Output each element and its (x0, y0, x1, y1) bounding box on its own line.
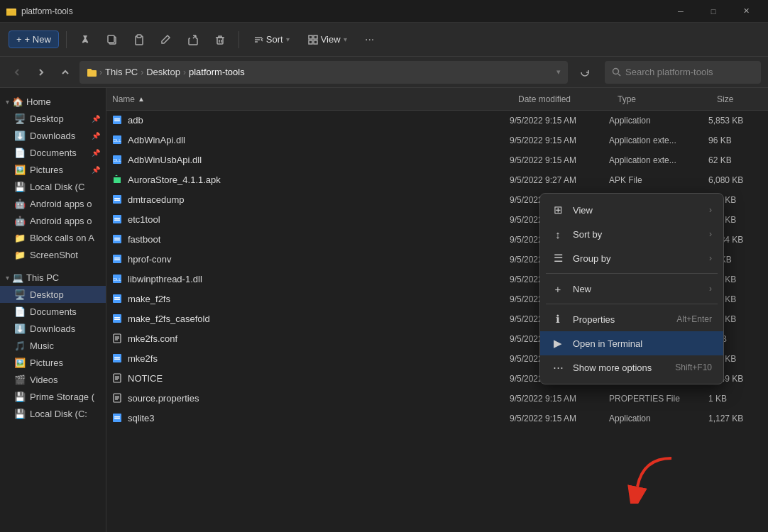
sidebar-item-android1[interactable]: 🤖 Android apps o (0, 195, 106, 212)
file-icon (112, 314, 124, 325)
sidebar-item-thispc-downloads[interactable]: ⬇️ Downloads (0, 320, 106, 337)
sidebar-item-downloads[interactable]: ⬇️ Downloads 📌 (0, 127, 106, 144)
context-menu-shortcut: Shift+F10 (675, 362, 712, 372)
file-name: dmtracedump (128, 194, 184, 205)
download-icon: ⬇️ (14, 130, 26, 141)
sort-icon (253, 35, 263, 45)
toolbar: + + New (0, 23, 768, 57)
sidebar-item-desktop[interactable]: 🖥️ Desktop 📌 (0, 110, 106, 127)
sidebar-item-android2[interactable]: 🤖 Android apps o (0, 212, 106, 229)
new-button[interactable]: + + New (9, 31, 59, 48)
sidebar-item-screenshot[interactable]: 📁 ScreenShot (0, 246, 106, 263)
file-type-cell: Application exte... (609, 135, 708, 145)
file-name: fastboot (128, 234, 160, 245)
context-menu-item[interactable]: ⊞ View › (540, 198, 723, 222)
breadcrumb-bar[interactable]: › This PC › Desktop › platform-tools ▾ (79, 61, 568, 84)
share-button[interactable] (182, 28, 204, 51)
context-menu-item[interactable]: + New › (540, 277, 723, 301)
maximize-button[interactable]: □ (697, 0, 730, 23)
more-button[interactable]: ··· (358, 28, 381, 51)
context-menu-arrow-icon: › (709, 205, 712, 215)
close-button[interactable]: ✕ (730, 0, 762, 23)
svg-rect-7 (217, 38, 223, 44)
context-menu-item[interactable]: ☰ Group by › (540, 246, 723, 270)
blockcalls-icon: 📁 (14, 232, 26, 243)
refresh-button[interactable] (575, 62, 595, 82)
table-row[interactable]: sqlite3 9/5/2022 9:15 AM Application 1,1… (106, 409, 768, 428)
context-menu-item[interactable]: ℹ Properties Alt+Enter (540, 307, 723, 331)
back-button[interactable] (7, 62, 27, 82)
forward-button[interactable] (31, 62, 51, 82)
file-name-cell: DLL AdbWinUsbApi.dll (109, 155, 510, 166)
file-name: AdbWinApi.dll (128, 135, 185, 145)
table-row[interactable]: AuroraStore_4.1.1.apk 9/5/2022 9:27 AM A… (106, 170, 768, 190)
file-date-cell: 9/5/2022 9:15 AM (510, 394, 609, 404)
window-controls: ─ □ ✕ (664, 0, 762, 23)
copy-button[interactable] (101, 28, 124, 51)
context-menu-item[interactable]: ▶ Open in Terminal (540, 331, 723, 355)
cut-button[interactable] (74, 28, 97, 51)
context-menu-item[interactable]: ↕ Sort by › (540, 222, 723, 246)
sidebar-item-thispc-desktop[interactable]: 🖥️ Desktop (0, 286, 106, 303)
file-icon (112, 115, 124, 126)
context-menu-arrow-icon: › (709, 229, 712, 239)
file-size-cell: 96 KB (708, 135, 765, 145)
file-name-cell: AuroraStore_4.1.1.apk (109, 174, 510, 186)
toolbar-separator-1 (66, 31, 67, 48)
thispc-chevron: ▾ (6, 274, 9, 282)
file-date-cell: 9/5/2022 9:27 AM (510, 175, 609, 185)
svg-rect-26 (113, 215, 121, 223)
file-type-cell: Application (609, 116, 708, 126)
breadcrumb-separator-1: › (99, 67, 102, 77)
sidebar-item-thispc-localdisk[interactable]: 💾 Local Disk (C: (0, 405, 106, 422)
col-header-size[interactable]: Size (711, 88, 768, 110)
thispc-label: This PC (26, 272, 59, 283)
sidebar-item-thispc-prime[interactable]: 💾 Prime Storage ( (0, 388, 106, 405)
context-menu-item-icon: ↕ (552, 228, 564, 240)
sidebar-item-blockcalls[interactable]: 📁 Block calls on A (0, 229, 106, 246)
col-header-type[interactable]: Type (612, 88, 711, 110)
table-row[interactable]: DLL AdbWinUsbApi.dll 9/5/2022 9:15 AM Ap… (106, 150, 768, 170)
pin-icon-3: 📌 (92, 149, 100, 157)
home-section-header[interactable]: ▾ 🏠 Home (0, 94, 106, 110)
file-icon (112, 254, 124, 265)
breadcrumb-thispc: This PC (105, 67, 138, 77)
view-button[interactable]: View ▾ (301, 31, 354, 48)
sidebar-item-thispc-pictures[interactable]: 🖼️ Pictures (0, 354, 106, 371)
thispc-pictures-icon: 🖼️ (14, 357, 26, 368)
table-row[interactable]: source.properties 9/5/2022 9:15 AM PROPE… (106, 389, 768, 409)
new-icon: + (16, 34, 22, 45)
col-header-date[interactable]: Date modified (512, 88, 612, 110)
delete-button[interactable] (209, 28, 231, 51)
file-name: make_f2fs_casefold (128, 314, 210, 324)
up-button[interactable] (55, 62, 75, 82)
table-row[interactable]: adb 9/5/2022 9:15 AM Application 5,853 K… (106, 111, 768, 131)
sidebar-item-thispc-videos[interactable]: 🎬 Videos (0, 371, 106, 388)
context-menu-item-label: Properties (573, 314, 668, 325)
view-chevron-icon: ▾ (344, 35, 347, 43)
file-type-cell: APK File (609, 175, 708, 185)
sidebar-item-thispc-documents[interactable]: 📄 Documents (0, 303, 106, 320)
rename-button[interactable] (155, 28, 177, 51)
paste-button[interactable] (128, 28, 150, 51)
table-row[interactable]: DLL AdbWinApi.dll 9/5/2022 9:15 AM Appli… (106, 131, 768, 150)
search-input[interactable] (625, 67, 754, 77)
sidebar-item-thispc-music[interactable]: 🎵 Music (0, 337, 106, 354)
minimize-button[interactable]: ─ (664, 0, 697, 23)
thispc-section-header[interactable]: ▾ 💻 This PC (0, 269, 106, 286)
thispc-icon: 💻 (12, 272, 23, 283)
sort-button[interactable]: Sort ▾ (246, 31, 297, 48)
svg-point-14 (613, 69, 619, 74)
file-date-cell: 9/5/2022 9:15 AM (510, 116, 609, 126)
file-icon: DLL (112, 135, 124, 146)
file-type-cell: Application exte... (609, 155, 708, 165)
context-menu-item[interactable]: ⋯ Show more options Shift+F10 (540, 355, 723, 379)
file-name-cell: source.properties (109, 393, 510, 404)
svg-rect-25 (114, 199, 120, 201)
sidebar-item-pictures[interactable]: 🖼️ Pictures 📌 (0, 161, 106, 178)
col-header-name[interactable]: Name ▲ (106, 88, 512, 110)
sidebar-item-localdisk[interactable]: 💾 Local Disk (C (0, 178, 106, 195)
sidebar-item-documents[interactable]: 📄 Documents 📌 (0, 144, 106, 161)
home-section-label: Home (26, 96, 51, 107)
search-box[interactable] (605, 61, 761, 84)
